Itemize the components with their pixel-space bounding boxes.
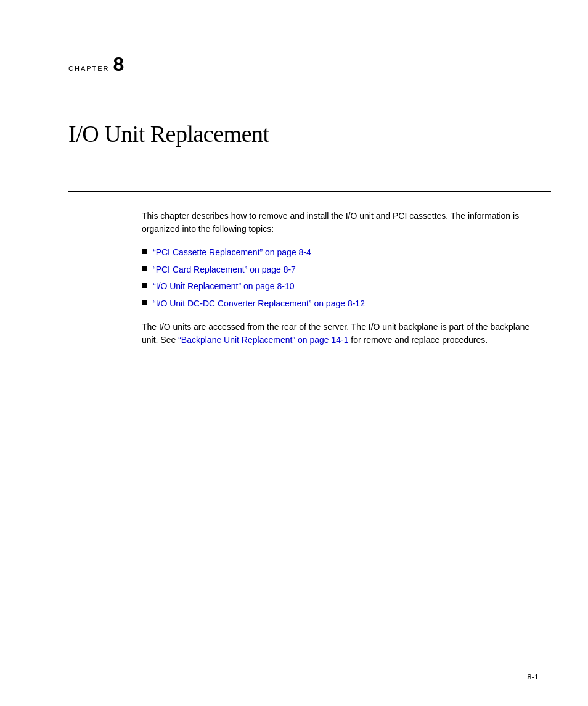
chapter-label-area: CHAPTER 8 xyxy=(68,54,124,74)
link-io-unit[interactable]: “I/O Unit Replacement” on page 8-10 xyxy=(153,281,295,293)
bullet-icon xyxy=(142,266,147,271)
bullet-icon xyxy=(142,300,147,305)
page-title: I/O Unit Replacement xyxy=(68,120,269,147)
chapter-number: 8 xyxy=(113,54,125,74)
link-io-dc-converter[interactable]: “I/O Unit DC-DC Converter Replacement” o… xyxy=(153,298,365,310)
section-divider xyxy=(68,191,551,192)
list-item: “PCI Cassette Replacement” on page 8-4 xyxy=(142,247,539,259)
intro-paragraph: This chapter describes how to remove and… xyxy=(142,210,539,236)
chapter-label: CHAPTER xyxy=(68,65,110,72)
body-paragraph: The I/O units are accessed from the rear… xyxy=(142,321,539,347)
bullet-icon xyxy=(142,283,147,288)
link-backplane[interactable]: “Backplane Unit Replacement” on page 14-… xyxy=(178,335,348,345)
topics-list: “PCI Cassette Replacement” on page 8-4 “… xyxy=(142,247,539,310)
list-item: “I/O Unit Replacement” on page 8-10 xyxy=(142,281,539,293)
page-number: 8-1 xyxy=(527,672,539,681)
bullet-icon xyxy=(142,249,147,254)
content-area: This chapter describes how to remove and… xyxy=(142,210,539,347)
page: CHAPTER 8 I/O Unit Replacement This chap… xyxy=(0,0,588,706)
link-pci-cassette[interactable]: “PCI Cassette Replacement” on page 8-4 xyxy=(153,247,311,259)
link-pci-card[interactable]: “PCI Card Replacement” on page 8-7 xyxy=(153,264,296,276)
list-item: “PCI Card Replacement” on page 8-7 xyxy=(142,264,539,276)
list-item: “I/O Unit DC-DC Converter Replacement” o… xyxy=(142,298,539,310)
